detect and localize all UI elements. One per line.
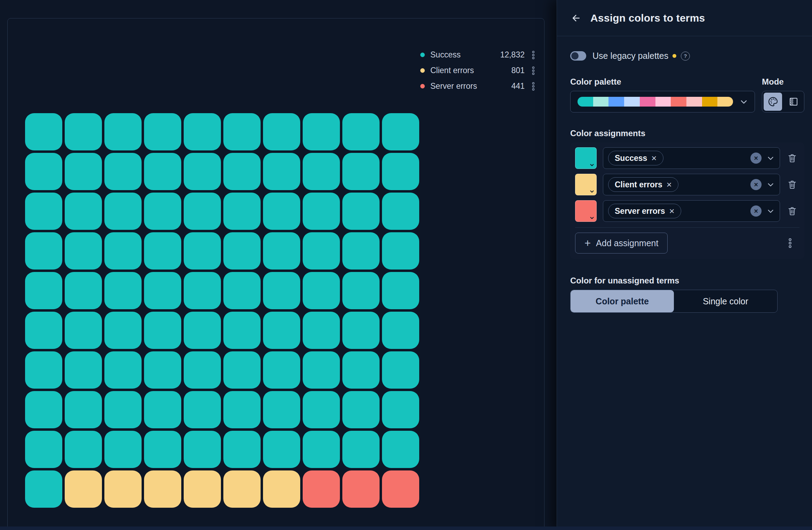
- waffle-cell[interactable]: [382, 470, 419, 508]
- waffle-cell[interactable]: [104, 153, 142, 190]
- add-assignment-button[interactable]: + Add assignment: [575, 233, 668, 254]
- legend-actions-icon[interactable]: [530, 82, 537, 91]
- delete-assignment-button[interactable]: [787, 179, 797, 190]
- waffle-cell[interactable]: [25, 193, 62, 230]
- waffle-cell[interactable]: [263, 232, 300, 270]
- clear-selection-button[interactable]: ×: [750, 179, 762, 190]
- remove-term-icon[interactable]: ×: [651, 154, 656, 163]
- waffle-cell[interactable]: [144, 153, 181, 190]
- waffle-cell[interactable]: [25, 312, 62, 349]
- waffle-cell[interactable]: [65, 272, 102, 309]
- waffle-cell[interactable]: [342, 391, 380, 428]
- waffle-cell[interactable]: [144, 470, 181, 508]
- waffle-cell[interactable]: [25, 351, 62, 389]
- waffle-cell[interactable]: [104, 113, 142, 150]
- waffle-cell[interactable]: [342, 351, 380, 389]
- waffle-cell[interactable]: [382, 391, 419, 428]
- waffle-cell[interactable]: [144, 272, 181, 309]
- waffle-cell[interactable]: [25, 470, 62, 508]
- waffle-cell[interactable]: [223, 153, 261, 190]
- waffle-cell[interactable]: [303, 391, 340, 428]
- waffle-cell[interactable]: [342, 232, 380, 270]
- legend-item-success[interactable]: Success 12,832: [420, 47, 537, 63]
- waffle-cell[interactable]: [65, 193, 102, 230]
- mode-palette-button[interactable]: [764, 93, 782, 111]
- waffle-cell[interactable]: [144, 391, 181, 428]
- waffle-cell[interactable]: [184, 153, 221, 190]
- delete-assignment-button[interactable]: [787, 206, 797, 216]
- chevron-down-icon[interactable]: [766, 207, 775, 215]
- waffle-cell[interactable]: [184, 431, 221, 468]
- waffle-cell[interactable]: [342, 312, 380, 349]
- waffle-cell[interactable]: [342, 193, 380, 230]
- waffle-cell[interactable]: [25, 113, 62, 150]
- legend-actions-icon[interactable]: [530, 66, 537, 75]
- waffle-cell[interactable]: [223, 232, 261, 270]
- assignments-menu-icon[interactable]: [786, 238, 794, 248]
- use-legacy-palettes-toggle[interactable]: [570, 51, 586, 61]
- waffle-cell[interactable]: [223, 312, 261, 349]
- waffle-cell[interactable]: [65, 391, 102, 428]
- legend-item-client-errors[interactable]: Client errors 801: [420, 63, 537, 78]
- waffle-cell[interactable]: [303, 431, 340, 468]
- waffle-cell[interactable]: [65, 232, 102, 270]
- waffle-cell[interactable]: [25, 232, 62, 270]
- color-swatch-button[interactable]: [575, 200, 597, 222]
- waffle-cell[interactable]: [144, 113, 181, 150]
- waffle-cell[interactable]: [184, 272, 221, 309]
- waffle-cell[interactable]: [104, 272, 142, 309]
- remove-term-icon[interactable]: ×: [669, 206, 675, 216]
- waffle-cell[interactable]: [303, 232, 340, 270]
- legend-actions-icon[interactable]: [530, 50, 537, 60]
- waffle-cell[interactable]: [104, 470, 142, 508]
- waffle-cell[interactable]: [25, 272, 62, 309]
- unassigned-single-color-option[interactable]: Single color: [674, 290, 777, 312]
- waffle-cell[interactable]: [144, 312, 181, 349]
- waffle-cell[interactable]: [65, 113, 102, 150]
- term-combobox[interactable]: Client errors × ×: [603, 174, 780, 195]
- term-pill[interactable]: Server errors ×: [608, 204, 681, 218]
- delete-assignment-button[interactable]: [787, 153, 797, 163]
- term-pill[interactable]: Client errors ×: [608, 177, 678, 192]
- waffle-cell[interactable]: [263, 351, 300, 389]
- waffle-cell[interactable]: [104, 391, 142, 428]
- waffle-cell[interactable]: [382, 351, 419, 389]
- waffle-cell[interactable]: [144, 232, 181, 270]
- waffle-cell[interactable]: [263, 113, 300, 150]
- waffle-cell[interactable]: [223, 431, 261, 468]
- waffle-cell[interactable]: [303, 193, 340, 230]
- waffle-cell[interactable]: [25, 391, 62, 428]
- term-pill[interactable]: Success ×: [608, 151, 663, 165]
- term-combobox[interactable]: Success × ×: [603, 147, 780, 169]
- waffle-cell[interactable]: [303, 470, 340, 508]
- legend-item-server-errors[interactable]: Server errors 441: [420, 78, 537, 94]
- waffle-cell[interactable]: [263, 272, 300, 309]
- waffle-cell[interactable]: [184, 312, 221, 349]
- waffle-cell[interactable]: [342, 153, 380, 190]
- waffle-cell[interactable]: [144, 193, 181, 230]
- waffle-cell[interactable]: [184, 391, 221, 428]
- waffle-cell[interactable]: [104, 351, 142, 389]
- waffle-cell[interactable]: [303, 153, 340, 190]
- waffle-cell[interactable]: [223, 113, 261, 150]
- waffle-cell[interactable]: [184, 193, 221, 230]
- mode-gradient-button[interactable]: [784, 93, 803, 111]
- waffle-cell[interactable]: [382, 431, 419, 468]
- waffle-cell[interactable]: [104, 232, 142, 270]
- waffle-cell[interactable]: [104, 431, 142, 468]
- waffle-cell[interactable]: [144, 351, 181, 389]
- waffle-cell[interactable]: [65, 153, 102, 190]
- remove-term-icon[interactable]: ×: [667, 180, 672, 189]
- color-swatch-button[interactable]: [575, 147, 597, 169]
- waffle-cell[interactable]: [382, 272, 419, 309]
- waffle-cell[interactable]: [263, 193, 300, 230]
- waffle-cell[interactable]: [25, 431, 62, 468]
- help-icon[interactable]: ?: [681, 52, 690, 61]
- waffle-cell[interactable]: [184, 470, 221, 508]
- waffle-cell[interactable]: [65, 351, 102, 389]
- waffle-cell[interactable]: [263, 391, 300, 428]
- color-swatch-button[interactable]: [575, 174, 597, 195]
- waffle-cell[interactable]: [25, 153, 62, 190]
- waffle-cell[interactable]: [184, 113, 221, 150]
- waffle-cell[interactable]: [382, 113, 419, 150]
